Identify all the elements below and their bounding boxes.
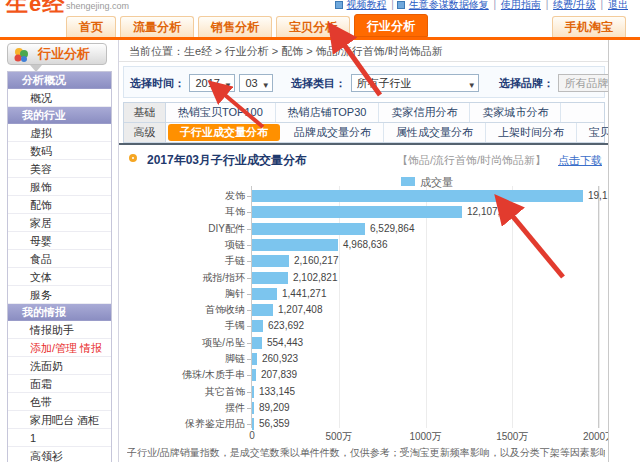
sidebar-item[interactable]: 情报助手 xyxy=(8,321,111,339)
tab-item[interactable]: 宝贝价格分布 xyxy=(577,123,609,142)
axis-tick xyxy=(247,424,251,425)
chart-row: 摆件89,209 xyxy=(119,400,609,416)
sidebar-item[interactable]: 1 xyxy=(8,429,111,447)
bar[interactable] xyxy=(252,288,277,300)
top-link[interactable]: 视频教程 xyxy=(347,0,387,10)
chart-title: 2017年03月子行业成交量分布 xyxy=(147,152,307,169)
sidebar-menu: 分析概况概况我的行业虚拟数码美容服饰配饰家居母婴食品文体服务我的情报情报助手添加… xyxy=(7,71,112,462)
bar[interactable] xyxy=(252,402,254,414)
legend-swatch xyxy=(401,177,415,186)
sidebar-item[interactable]: 家居 xyxy=(8,214,111,232)
bar[interactable] xyxy=(252,320,263,332)
top-link[interactable]: 退出 xyxy=(608,0,628,10)
nav-tab-item[interactable]: 首页 xyxy=(66,16,116,37)
basic-tab-row: 基础热销宝贝TOP100热销店铺TOP30卖家信用分布卖家城市分布 xyxy=(124,103,604,123)
sidebar-item[interactable]: 色带 xyxy=(8,393,111,411)
axis-tick xyxy=(247,392,251,393)
category-label: 戒指/指环 xyxy=(119,270,245,286)
sidebar-item[interactable]: 美容 xyxy=(8,160,111,178)
axis-tick xyxy=(247,229,251,230)
chart-scope: 【饰品/流行首饰/时尚饰品新】 xyxy=(397,153,546,168)
bar-value-label: 6,529,864 xyxy=(370,221,415,237)
bar[interactable] xyxy=(252,223,365,235)
top-link[interactable]: 生意参谋数据修复 xyxy=(409,0,489,10)
brand-combobox[interactable]: 所有品牌 (搜索...)▼ xyxy=(558,74,609,92)
tab-item[interactable]: 热销店铺TOP30 xyxy=(276,103,380,122)
axis-tick xyxy=(247,408,251,409)
tab-item[interactable]: 热销宝贝TOP100 xyxy=(166,103,276,122)
tab-active[interactable]: 子行业成交量分布 xyxy=(168,124,280,141)
sidebar-item[interactable]: 服饰 xyxy=(8,178,111,196)
bar[interactable] xyxy=(252,190,583,202)
chart-row: 发饰19,1 xyxy=(119,188,609,204)
sidebar-item[interactable]: 母婴 xyxy=(8,232,111,250)
bar-value-label: 623,692 xyxy=(268,318,304,334)
download-link[interactable]: 点击下载 xyxy=(558,153,602,168)
sidebar: 行业分析 分析概况概况我的行业虚拟数码美容服饰配饰家居母婴食品文体服务我的情报情… xyxy=(0,40,118,462)
category-label: 耳饰 xyxy=(119,204,245,220)
year-select[interactable]: 2017▼ xyxy=(189,74,234,92)
sidebar-item[interactable]: 面霜 xyxy=(8,375,111,393)
category-filter-label: 选择类目： xyxy=(291,77,346,89)
bar-value-label: 554,443 xyxy=(267,335,303,351)
site-logo[interactable]: 生e经 xyxy=(6,0,65,14)
nav-tab-item[interactable]: 宝贝分析 xyxy=(276,16,350,37)
sidebar-item[interactable]: 食品 xyxy=(8,250,111,268)
sidebar-item[interactable]: 数码 xyxy=(8,142,111,160)
sidebar-item[interactable]: 配饰 xyxy=(8,196,111,214)
sidebar-item[interactable]: 概况 xyxy=(8,89,111,107)
category-label: 项链 xyxy=(119,237,245,253)
sidebar-section-title: 我的情报 xyxy=(8,304,111,321)
chevron-down-icon: ▼ xyxy=(224,78,232,94)
chart-row: 耳饰12,107,556 xyxy=(119,204,609,220)
top-link[interactable]: 使用指南 xyxy=(501,0,541,10)
bar-value-label: 2,160,217 xyxy=(294,253,339,269)
bar[interactable] xyxy=(252,337,262,349)
top-link[interactable]: 续费/升级 xyxy=(553,0,596,10)
tab-item[interactable]: 属性成交量分布 xyxy=(384,123,486,142)
nav-tab-active[interactable]: 行业分析 xyxy=(354,14,428,37)
bar[interactable] xyxy=(252,304,273,316)
bar[interactable] xyxy=(252,386,254,398)
tab-item[interactable]: 卖家城市分布 xyxy=(470,103,561,122)
sidebar-section-title: 分析概况 xyxy=(8,72,111,89)
month-select[interactable]: 03▼ xyxy=(239,74,272,92)
bar-value-label: 2,102,821 xyxy=(293,270,338,286)
sidebar-item[interactable]: 高领衫 xyxy=(8,447,111,462)
x-tick-label: 2000万 xyxy=(583,430,609,444)
brand-filter-label: 选择品牌： xyxy=(499,77,554,89)
x-tick-label: 0 xyxy=(249,430,255,441)
nav-tab-item[interactable]: 流量分析 xyxy=(120,16,194,37)
advanced-tab-row: 高级子行业成交量分布品牌成交量分布属性成交量分布上架时间分布宝贝价格分布 xyxy=(124,123,604,143)
category-label: 脚链 xyxy=(119,351,245,367)
sidebar-item[interactable]: 添加/管理 情报 xyxy=(8,339,111,357)
tab-row-head: 基础 xyxy=(124,103,166,122)
bar[interactable] xyxy=(252,206,462,218)
bar[interactable] xyxy=(252,272,288,284)
tab-item[interactable]: 品牌成交量分布 xyxy=(282,123,384,142)
sidebar-header-label: 行业分析 xyxy=(38,46,90,61)
sidebar-item[interactable]: 文体 xyxy=(8,268,111,286)
sidebar-item[interactable]: 家用吧台 酒柜 xyxy=(8,411,111,429)
bar[interactable] xyxy=(252,255,289,267)
category-select[interactable]: 所有子行业▼ xyxy=(351,74,479,92)
nav-tab-item[interactable]: 销售分析 xyxy=(198,16,272,37)
sidebar-item[interactable]: 虚拟 xyxy=(8,124,111,142)
bar[interactable] xyxy=(252,369,256,381)
top-links: 视频教程 | 生意参谋数据修复 | 使用指南 | 续费/升级 | 退出 xyxy=(335,0,630,12)
bar[interactable] xyxy=(252,239,338,251)
nav-tab-mobile-taobao[interactable]: 手机淘宝 xyxy=(552,16,626,37)
link-icon xyxy=(397,1,405,9)
category-label: 手链 xyxy=(119,253,245,269)
footnote: 子行业/品牌销量指数，是成交笔数乘以单件件数，仅供参考；受淘宝更新频率影响，以及… xyxy=(127,446,605,460)
category-label: 项坠/吊坠 xyxy=(119,335,245,351)
bar-chart: 发饰19,1耳饰12,107,556DIY配件6,529,864项链4,968,… xyxy=(119,186,609,462)
chart-row: 首饰收纳1,207,408 xyxy=(119,302,609,318)
tab-item[interactable]: 上架时间分布 xyxy=(486,123,577,142)
bar[interactable] xyxy=(252,353,257,365)
chart-row: 戒指/指环2,102,821 xyxy=(119,270,609,286)
sidebar-item[interactable]: 服务 xyxy=(8,286,111,304)
sidebar-header: 行业分析 xyxy=(7,43,107,65)
tab-item[interactable]: 卖家信用分布 xyxy=(379,103,470,122)
sidebar-item[interactable]: 洗面奶 xyxy=(8,357,111,375)
